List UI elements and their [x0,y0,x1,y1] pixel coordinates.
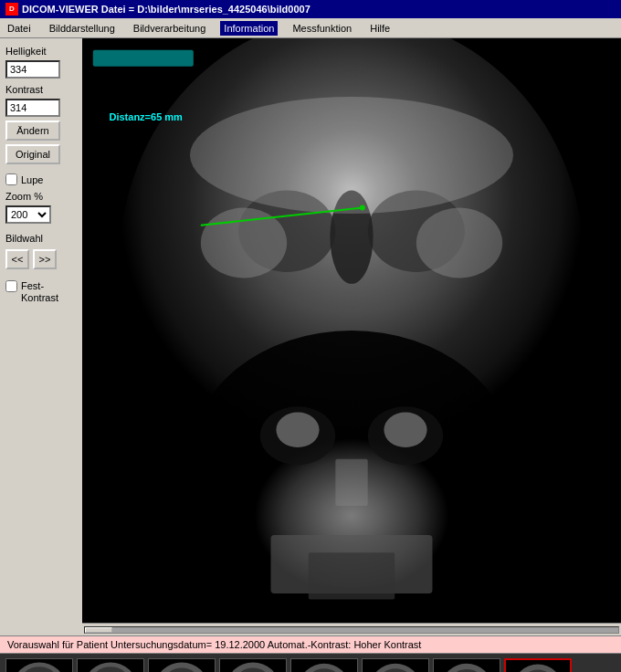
original-button[interactable]: Original [5,144,60,164]
zoom-row: 50 100 150 200 250 300 [5,205,77,224]
svg-point-12 [276,413,319,447]
menu-datei[interactable]: Datei [4,21,35,36]
fest-kontrast-label: Fest-Kontrast [21,280,58,304]
menu-hilfe[interactable]: Hilfe [366,21,394,36]
left-panel: Helligkeit Kontrast Ändern Original Lupe… [0,38,82,635]
thumbnail-2[interactable] [77,658,144,672]
helligkeit-input[interactable] [5,60,60,79]
next-button[interactable]: >> [33,249,57,269]
lupe-label: Lupe [21,174,43,185]
status-bar: Vorauswahl für Patient Untersuchungsdatu… [0,635,621,654]
aendern-button[interactable]: Ändern [5,121,60,141]
svg-rect-20 [93,50,194,67]
bildwahl-label: Bildwahl [5,233,77,244]
thumbnail-3[interactable] [148,658,216,672]
fest-kontrast-row: Fest-Kontrast [5,280,77,304]
mri-svg: Distanz=65 mm [82,38,621,623]
menu-messfunktion[interactable]: Messfunktion [289,21,355,36]
image-scrollbar[interactable] [82,623,621,635]
main-layout: Helligkeit Kontrast Ändern Original Lupe… [0,38,621,635]
thumbnail-1[interactable] [5,658,73,672]
thumbnail-8[interactable] [504,658,572,672]
zoom-label: Zoom % [5,191,77,202]
app-icon: D [5,3,18,16]
menu-bar: Datei Bilddarstellung Bildverarbeitung I… [0,18,621,38]
svg-rect-16 [309,552,395,599]
svg-rect-14 [335,459,367,506]
kontrast-input[interactable] [5,99,60,117]
helligkeit-label: Helligkeit [5,46,77,57]
thumbnail-7[interactable] [433,658,500,672]
scrollbar-track[interactable] [84,626,619,634]
lupe-row: Lupe [5,173,77,185]
image-area[interactable]: Distanz=65 mm [82,38,621,623]
title-bar: D DICOM-VIEWER Datei = D:\bilder\mrserie… [0,0,621,18]
menu-bildverarbeitung[interactable]: Bildverarbeitung [130,21,210,36]
scrollbar-thumb[interactable] [85,627,112,633]
app-title: DICOM-VIEWER Datei = D:\bilder\mrseries_… [22,4,310,15]
thumbnail-6[interactable] [362,658,429,672]
status-text: Vorauswahl für Patient Untersuchungsdatu… [7,639,421,650]
zoom-select[interactable]: 50 100 150 200 250 300 [5,205,51,224]
svg-point-6 [190,97,513,214]
fest-kontrast-checkbox[interactable] [5,280,17,292]
image-wrapper: Distanz=65 mm [82,38,621,635]
svg-point-8 [416,208,502,278]
thumbnail-strip [0,654,621,672]
prev-button[interactable]: << [5,249,29,269]
menu-bilddarstellung[interactable]: Bilddarstellung [46,21,119,36]
lupe-checkbox[interactable] [5,173,17,185]
svg-point-13 [384,413,426,447]
kontrast-label: Kontrast [5,84,77,95]
menu-information[interactable]: Information [220,21,278,36]
thumbnail-4[interactable] [219,658,287,672]
svg-point-18 [360,205,365,211]
svg-text:Distanz=65 mm: Distanz=65 mm [110,111,184,122]
svg-point-7 [201,208,287,278]
thumbnail-5[interactable] [290,658,358,672]
bildwahl-row: << >> [5,249,77,269]
